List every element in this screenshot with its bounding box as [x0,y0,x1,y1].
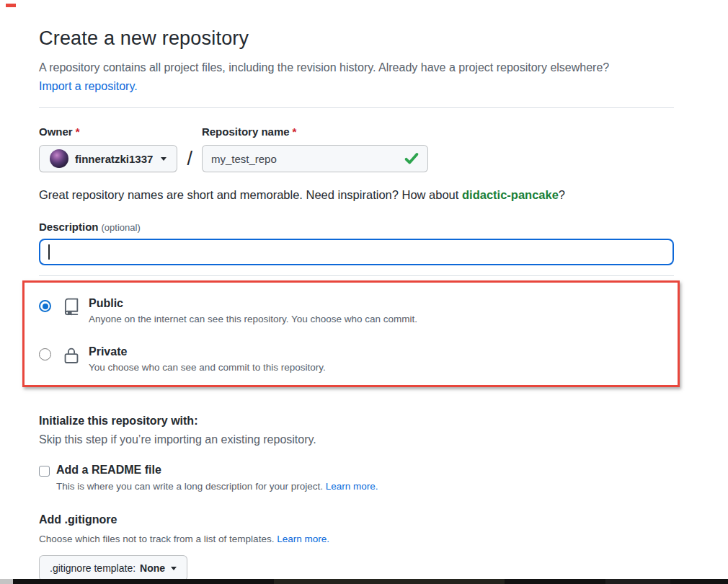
private-label[interactable]: Private [89,345,326,358]
caret-down-icon [161,157,167,161]
visibility-section: Public Anyone on the internet can see th… [39,276,674,394]
readme-text-block: Add a README file [56,464,161,477]
description-label: Description(optional) [39,221,674,233]
repository-name-field: Repository name* [202,125,428,172]
public-label[interactable]: Public [89,297,417,310]
bottom-bar-segment [0,579,13,584]
text-cursor [48,244,50,260]
repository-name-label: Repository name* [202,125,428,138]
owner-repo-row: Owner* finneratzki1337 / Repository name… [39,125,674,172]
caret-down-icon [171,567,177,570]
repository-name-input[interactable] [202,145,428,172]
readme-note: This is where you can write a long descr… [56,481,674,492]
private-radio[interactable] [39,348,51,360]
required-asterisk: * [293,125,297,138]
bottom-edge-bar [0,579,728,584]
import-repository-link[interactable]: Import a repository. [39,80,138,92]
initialize-heading: Initialize this repository with: [39,415,674,428]
owner-repo-separator: / [187,148,192,170]
bottom-bar-segment [605,579,670,584]
initialize-note: Skip this step if you’re importing an ex… [39,433,674,446]
repo-book-icon [62,295,81,322]
avatar [50,149,68,168]
repository-name-input-wrap [202,145,428,172]
visibility-option-private: Private You choose who can see and commi… [39,343,674,373]
intro-line: A repository contains all project files,… [39,61,609,74]
name-suggestion-text: Great repository names are short and mem… [39,188,674,202]
intro-text: A repository contains all project files,… [39,58,674,96]
public-description: Anyone on the internet can see this repo… [89,314,417,324]
gitignore-button-label: .gitignore template: [50,562,136,574]
owner-label: Owner* [39,125,177,138]
page-title: Create a new repository [39,27,674,50]
gitignore-heading: Add .gitignore [39,513,674,526]
bottom-bar-segment [274,579,505,584]
owner-username: finneratzki1337 [75,153,153,165]
gitignore-button-value: None [140,562,165,574]
private-description: You choose who can see and commit to thi… [89,362,326,373]
private-option-text: Private You choose who can see and commi… [89,343,326,373]
readme-checkbox[interactable] [39,466,50,477]
required-asterisk: * [76,125,80,138]
description-input[interactable] [39,239,674,265]
owner-field: Owner* finneratzki1337 [39,125,177,172]
readme-learn-more-link[interactable]: Learn more. [326,481,378,492]
public-radio[interactable] [39,300,51,312]
lock-icon [62,343,81,371]
public-option-text: Public Anyone on the internet can see th… [89,295,417,324]
readme-option: Add a README file [39,464,674,477]
visibility-option-public: Public Anyone on the internet can see th… [39,295,674,324]
create-repository-form: Create a new repository A repository con… [39,27,674,581]
optional-note: (optional) [102,222,141,233]
gitignore-template-button[interactable]: .gitignore template: None [39,555,187,581]
check-icon [404,151,420,169]
gitignore-note: Choose which files not to track from a l… [39,534,674,544]
gitignore-learn-more-link[interactable]: Learn more. [277,534,329,544]
description-input-wrap [39,239,674,265]
readme-label[interactable]: Add a README file [56,464,161,477]
section-divider [39,107,674,108]
suggested-repo-name[interactable]: didactic-pancake [462,188,559,201]
annotation-mark [6,4,16,7]
owner-select-button[interactable]: finneratzki1337 [39,145,177,172]
